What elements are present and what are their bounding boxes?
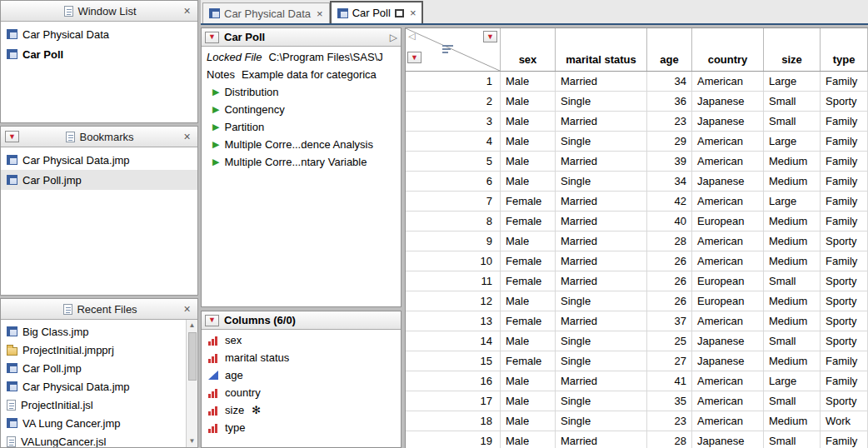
- script-item[interactable]: ▶ Partition: [202, 118, 401, 136]
- script-item[interactable]: ▶ Multiple Corre...dence Analysis: [202, 136, 401, 153]
- green-triangle-run-icon[interactable]: ▶: [212, 87, 219, 97]
- window-list-item[interactable]: Car Poll: [1, 44, 197, 64]
- cell-age[interactable]: 39: [647, 152, 692, 171]
- cell-size[interactable]: Medium: [764, 152, 821, 171]
- cell-sex[interactable]: Male: [501, 172, 556, 191]
- cell-age[interactable]: 27: [647, 351, 692, 371]
- row-number[interactable]: 8: [406, 212, 501, 231]
- cell-sex[interactable]: Female: [501, 192, 556, 211]
- recent-file-item[interactable]: VALungCancer.jsl: [1, 432, 186, 447]
- scrollbar-thumb[interactable]: [188, 332, 197, 381]
- cell-sex[interactable]: Male: [501, 231, 556, 251]
- close-icon[interactable]: ×: [317, 7, 323, 20]
- column-item[interactable]: country: [202, 384, 401, 401]
- cell-sex[interactable]: Male: [501, 411, 556, 431]
- cell-country[interactable]: Japanese: [692, 92, 764, 111]
- cell-size[interactable]: Small: [764, 391, 821, 411]
- grid-corner-cell[interactable]: ◁ ▼ ▼: [406, 28, 501, 71]
- cell-age[interactable]: 28: [647, 431, 692, 448]
- script-item[interactable]: ▶ Distribution: [202, 83, 401, 101]
- recent-files-scrollbar[interactable]: ▲ ▼: [186, 320, 197, 447]
- cell-sex[interactable]: Male: [501, 391, 556, 411]
- cell-type[interactable]: Sporty: [821, 391, 868, 411]
- cell-country[interactable]: American: [692, 231, 764, 251]
- cell-age[interactable]: 28: [647, 231, 692, 251]
- row-number[interactable]: 10: [406, 251, 501, 271]
- recent-file-item[interactable]: VA Lung Cancer.jmp: [1, 414, 186, 432]
- close-icon[interactable]: ×: [181, 130, 193, 143]
- cell-age[interactable]: 29: [647, 132, 692, 151]
- cell-age[interactable]: 26: [647, 271, 692, 291]
- cell-type[interactable]: Family: [821, 212, 868, 231]
- cell-country[interactable]: Japanese: [692, 112, 764, 131]
- cell-type[interactable]: Family: [821, 172, 868, 191]
- script-item[interactable]: ▶ Contingency: [202, 101, 401, 118]
- row-number[interactable]: 7: [406, 192, 501, 211]
- cell-type[interactable]: Family: [821, 251, 868, 271]
- cell-size[interactable]: Large: [764, 132, 821, 151]
- column-header-size[interactable]: size: [764, 28, 821, 71]
- column-header-marital-status[interactable]: marital status: [556, 28, 647, 71]
- cell-country[interactable]: American: [692, 72, 764, 91]
- cell-marital-status[interactable]: Married: [556, 431, 647, 448]
- row-number[interactable]: 4: [406, 132, 501, 151]
- row-number[interactable]: 9: [406, 231, 501, 251]
- cell-sex[interactable]: Female: [501, 271, 556, 291]
- locked-file-row[interactable]: Locked FileC:\Program Files\SAS\J: [202, 48, 401, 66]
- cell-sex[interactable]: Male: [501, 431, 556, 448]
- window-list-item[interactable]: Car Physical Data: [1, 24, 197, 44]
- recent-file-item[interactable]: ProjectInitial.jmpprj: [1, 341, 186, 359]
- cell-size[interactable]: Medium: [764, 212, 821, 231]
- cell-type[interactable]: Family: [821, 431, 868, 448]
- recent-file-item[interactable]: Car Physical Data.jmp: [1, 377, 186, 396]
- column-item[interactable]: age: [202, 366, 401, 384]
- column-item[interactable]: size ✻: [202, 401, 401, 419]
- cell-size[interactable]: Medium: [764, 291, 821, 311]
- cell-sex[interactable]: Female: [501, 251, 556, 271]
- columns-red-triangle-menu[interactable]: ▼: [205, 315, 219, 326]
- row-number[interactable]: 11: [406, 271, 501, 291]
- column-header-age[interactable]: age: [647, 28, 692, 71]
- cell-country[interactable]: European: [692, 271, 764, 291]
- row-number[interactable]: 17: [406, 391, 501, 411]
- cell-sex[interactable]: Male: [501, 331, 556, 351]
- cell-size[interactable]: Small: [764, 92, 821, 111]
- tab-car-physical-data[interactable]: Car Physical Data ×: [202, 2, 330, 23]
- cell-age[interactable]: 34: [647, 72, 692, 91]
- column-header-sex[interactable]: sex: [501, 28, 556, 71]
- cell-marital-status[interactable]: Married: [556, 311, 647, 331]
- cell-size[interactable]: Small: [764, 271, 821, 291]
- cell-marital-status[interactable]: Single: [556, 351, 647, 371]
- cell-marital-status[interactable]: Married: [556, 271, 647, 291]
- close-icon[interactable]: ×: [181, 4, 193, 17]
- cell-age[interactable]: 34: [647, 172, 692, 191]
- scroll-down-icon[interactable]: ▼: [189, 436, 196, 447]
- bookmarks-red-triangle-menu[interactable]: ▼: [5, 131, 19, 142]
- cell-type[interactable]: Family: [821, 132, 868, 151]
- cell-marital-status[interactable]: Single: [556, 411, 647, 431]
- cell-marital-status[interactable]: Single: [556, 291, 647, 311]
- cell-size[interactable]: Small: [764, 331, 821, 351]
- cell-country[interactable]: Japanese: [692, 431, 764, 448]
- cell-country[interactable]: American: [692, 391, 764, 411]
- cell-age[interactable]: 23: [647, 411, 692, 431]
- cell-type[interactable]: Family: [821, 152, 868, 171]
- cell-size[interactable]: Medium: [764, 172, 821, 191]
- maximize-icon[interactable]: [395, 9, 404, 17]
- cell-type[interactable]: Work: [821, 411, 868, 431]
- recent-file-item[interactable]: Car Poll.jmp: [1, 359, 186, 377]
- cell-marital-status[interactable]: Single: [556, 331, 647, 351]
- scroll-up-icon[interactable]: ▲: [189, 320, 196, 331]
- cell-country[interactable]: Japanese: [692, 172, 764, 191]
- cell-marital-status[interactable]: Single: [556, 92, 647, 111]
- cell-country[interactable]: American: [692, 411, 764, 431]
- row-number[interactable]: 1: [406, 72, 501, 91]
- cell-sex[interactable]: Male: [501, 152, 556, 171]
- notes-row[interactable]: NotesExample data for categorica: [202, 66, 401, 83]
- cell-size[interactable]: Medium: [764, 251, 821, 271]
- cell-type[interactable]: Sporty: [821, 231, 868, 251]
- green-triangle-run-icon[interactable]: ▶: [212, 140, 219, 149]
- cell-age[interactable]: 40: [647, 212, 692, 231]
- cell-country[interactable]: European: [692, 212, 764, 231]
- column-item[interactable]: type: [202, 419, 401, 436]
